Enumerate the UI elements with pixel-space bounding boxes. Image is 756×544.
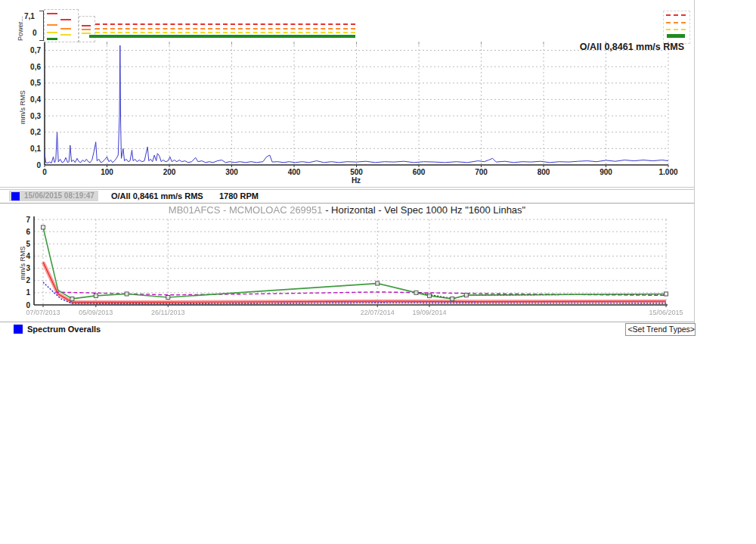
tick-label: 0,6 bbox=[30, 63, 41, 71]
measurement-marker-icon bbox=[11, 192, 20, 201]
tick-label: 05/09/2013 bbox=[79, 309, 113, 316]
danger-mark bbox=[47, 13, 57, 14]
caution-mark bbox=[47, 32, 57, 33]
alarm-legend-box-right bbox=[663, 11, 690, 44]
trend-legend-label: Spectrum Overalls bbox=[27, 325, 101, 334]
tick-label: 900 bbox=[600, 168, 612, 176]
danger-threshold-line bbox=[95, 23, 355, 25]
trend-plot-area[interactable] bbox=[34, 219, 668, 305]
tick-label: 500 bbox=[350, 168, 363, 176]
spectrum-plot-area[interactable] bbox=[45, 45, 668, 165]
pane-separator bbox=[694, 0, 695, 336]
alarm-band-panel: Power... 7,1 0 bbox=[0, 6, 694, 44]
tick-label: 0 bbox=[26, 301, 30, 309]
band-scale-top: 7,1 bbox=[24, 12, 35, 20]
tick-label: 800 bbox=[538, 168, 550, 176]
tick-label: 0,2 bbox=[30, 128, 41, 136]
tick-label: 0,7 bbox=[30, 46, 41, 54]
warning-threshold-line bbox=[95, 28, 355, 30]
trend-title-measurement: - Horizontal - Vel Spec 1000 Hz "1600 Li… bbox=[325, 204, 525, 216]
tick-label: 07/07/2013 bbox=[26, 309, 60, 316]
tick-label: 4 bbox=[26, 252, 30, 260]
bottom-bar-divider bbox=[0, 322, 694, 322]
warning-mark bbox=[47, 24, 57, 26]
danger-mark bbox=[666, 14, 686, 16]
good-mark bbox=[667, 34, 685, 38]
tick-label: 1 bbox=[26, 288, 30, 297]
tick-label: 0,3 bbox=[30, 112, 41, 120]
caution-mark bbox=[82, 33, 91, 34]
trend-legend-marker-icon bbox=[14, 325, 23, 334]
trend-title-point-id: MB01AFCS - MCMOLOAC 269951 bbox=[169, 204, 325, 216]
spectrum-y-axis-label: mm/s RMS bbox=[19, 91, 26, 125]
tick-label: 700 bbox=[475, 168, 488, 176]
danger-mark bbox=[60, 19, 71, 20]
tick-label: 600 bbox=[413, 168, 426, 176]
tick-label: 0,5 bbox=[30, 79, 41, 87]
tick-label: 0,1 bbox=[30, 145, 41, 153]
set-trend-types-button[interactable]: <Set Trend Types> bbox=[625, 323, 696, 336]
spectrum-x-axis-label: Hz bbox=[347, 176, 365, 185]
tick-label: 200 bbox=[163, 168, 176, 176]
caution-mark bbox=[60, 34, 71, 36]
warning-mark bbox=[60, 28, 71, 30]
alarm-legend-box-left bbox=[44, 9, 79, 42]
warning-mark bbox=[666, 22, 686, 23]
tick-label: 0 bbox=[36, 161, 41, 169]
tick-label: 100 bbox=[101, 168, 113, 176]
good-mark bbox=[47, 38, 57, 40]
trend-y-axis-label: mm/s RMS bbox=[19, 247, 26, 281]
tick-label: 1.000 bbox=[658, 168, 677, 176]
tick-label: 26/11/2013 bbox=[151, 309, 184, 316]
tick-label: 19/09/2014 bbox=[412, 309, 446, 316]
tick-label: 7 bbox=[26, 216, 30, 224]
good-level-bar bbox=[89, 35, 355, 38]
band-scale-bottom: 0 bbox=[33, 29, 37, 37]
power-axis-label: Power... bbox=[17, 16, 24, 41]
tick-label: 3 bbox=[26, 264, 30, 272]
alarm-legend-box-mid bbox=[79, 16, 95, 42]
caution-mark bbox=[666, 29, 686, 30]
tick-label: 22/07/2014 bbox=[361, 309, 395, 316]
tick-label: 6 bbox=[26, 228, 30, 236]
tick-label: 0,4 bbox=[30, 95, 41, 104]
warning-mark bbox=[82, 29, 91, 30]
application-window: 00,10,20,30,40,50,60,7010020030040050060… bbox=[0, 0, 756, 544]
tick-label: 300 bbox=[225, 168, 238, 176]
panel-divider bbox=[0, 187, 694, 188]
tick-label: 400 bbox=[288, 168, 301, 176]
timestamp-cell: 15/06/2015 08:19:47 bbox=[9, 191, 98, 201]
measurement-row[interactable]: 15/06/2015 08:19:47 O/All 0,8461 mm/s RM… bbox=[0, 189, 694, 204]
danger-mark bbox=[82, 25, 91, 26]
trend-title: MB01AFCS - MCMOLOAC 269951 - Horizontal … bbox=[0, 204, 694, 216]
tick-label: 2 bbox=[26, 276, 30, 284]
measurement-timestamp: 15/06/2015 08:19:47 bbox=[24, 191, 94, 200]
rpm-value: 1780 RPM bbox=[219, 191, 259, 201]
tick-label: 15/06/2015 bbox=[649, 309, 683, 316]
tick-label: 5 bbox=[26, 240, 30, 248]
overall-value: O/All 0,8461 mm/s RMS bbox=[111, 191, 203, 201]
tick-label: 0 bbox=[42, 168, 47, 176]
caution-threshold-line bbox=[95, 32, 355, 33]
